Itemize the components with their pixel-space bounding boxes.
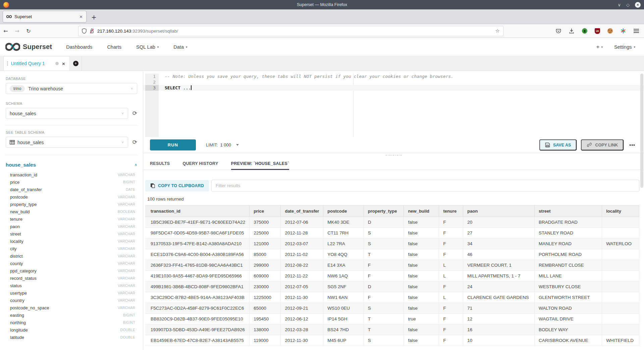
back-button[interactable]: ←	[0, 28, 11, 34]
results-table: transaction_idpricedate_of_transferpostc…	[145, 205, 639, 346]
query-tab-close-icon[interactable]: ×	[62, 61, 65, 66]
nav-sql-lab[interactable]: SQL Lab▾	[136, 44, 159, 50]
schema-column-row: ppd_categoryVARCHAR	[6, 267, 137, 274]
table-cell: WATERLOO	[602, 238, 639, 249]
column-header[interactable]: tenure	[439, 206, 463, 217]
schema-column-name: new_build	[10, 209, 118, 214]
limit-label: LIMIT:	[206, 142, 218, 147]
schema-column-row: localityVARCHAR	[6, 237, 137, 245]
container-asterisk-icon[interactable]	[620, 28, 626, 34]
chevron-down-icon: ∨	[121, 140, 124, 144]
table-select[interactable]: house_sales ∨	[6, 137, 128, 148]
run-query-button[interactable]: RUN	[150, 139, 196, 150]
superset-logo[interactable]: Superset	[5, 43, 52, 51]
url-field[interactable]: 217.160.120.143:32393/superset/sqllab/ ☆	[78, 26, 503, 36]
table-schema-title[interactable]: house_sales	[6, 162, 135, 168]
limit-dropdown[interactable]: LIMIT: 1 000	[206, 142, 239, 147]
bookmark-star-icon[interactable]: ☆	[495, 28, 500, 34]
table-row: 98F5DC47-0D05-4D59-95B7-98CA6F1FDE052250…	[145, 228, 639, 238]
table-cell: MANLEY ROAD	[535, 238, 602, 249]
filter-results-input[interactable]	[211, 180, 639, 191]
pocket-icon[interactable]	[555, 28, 561, 34]
database-select[interactable]: trino Trino warehouse ∨	[6, 83, 137, 94]
table-cell: 193907D3-5DBD-453D-A49E-9FEE27DAB926	[145, 324, 250, 335]
schema-column-name: longitude	[10, 327, 120, 333]
row-count-text: 100 rows returned	[147, 196, 639, 202]
column-header[interactable]: paon	[463, 206, 535, 217]
browser-titlebar: Superset — Mozilla Firefox ∨ ◇ ×	[0, 0, 644, 9]
schema-column-row: postcodeVARCHAR	[6, 193, 137, 201]
copy-link-button[interactable]: COPY LINK	[581, 139, 624, 150]
save-as-button[interactable]: SAVE AS	[539, 139, 577, 150]
nav-data[interactable]: Data▾	[173, 44, 187, 50]
menu-hamburger-icon[interactable]	[633, 28, 639, 34]
tab-preview-house-sales[interactable]: PREVIEW: `HOUSE_SALES`	[231, 157, 289, 170]
drag-handle-icon[interactable]	[7, 61, 8, 65]
schema-label: SCHEMA	[6, 101, 137, 105]
schema-column-row: tenureVARCHAR	[6, 215, 137, 223]
download-icon[interactable]	[569, 28, 575, 34]
schema-column-type: DOUBLE	[120, 335, 135, 339]
copy-to-clipboard-button[interactable]: COPY TO CLIPBOARD	[145, 180, 209, 191]
table-icon	[10, 140, 15, 144]
scrollbar-thumb[interactable]	[640, 74, 643, 188]
schema-column-row: districtVARCHAR	[6, 252, 137, 260]
query-tab-active[interactable]: Untitled Query 1 ×	[3, 56, 70, 71]
sql-toolbar: RUN LIMIT: 1 000 SAVE AS COPY LINK •••	[143, 137, 644, 153]
schema-column-type: VARCHAR	[118, 291, 135, 295]
link-icon	[587, 142, 592, 147]
column-header[interactable]: new_build	[404, 206, 439, 217]
table-cell: WS10 0EU	[323, 303, 364, 314]
refresh-schema-icon[interactable]: ⟳	[132, 111, 137, 116]
window-close-button[interactable]: ×	[635, 2, 641, 8]
column-header[interactable]: date_of_transfer	[281, 206, 323, 217]
tab-results[interactable]: RESULTS	[150, 157, 170, 170]
browser-tab-close-icon[interactable]: ×	[79, 14, 83, 19]
table-row: 91370533-19F5-47FE-B142-A380A8ADA2101210…	[145, 238, 639, 249]
browser-tab-bar: Superset × +	[0, 9, 644, 24]
cookie-addon-icon[interactable]	[607, 28, 613, 34]
schema-select[interactable]: house_sales ∨	[6, 108, 128, 119]
more-options-button[interactable]: •••	[629, 142, 635, 148]
schema-column-row: countyVARCHAR	[6, 260, 137, 267]
refresh-table-icon[interactable]: ⟳	[132, 139, 137, 145]
add-new-button[interactable]: +▾	[596, 44, 603, 50]
table-cell: WHITEFIELD	[602, 335, 639, 346]
settings-menu[interactable]: Settings▾	[614, 44, 635, 50]
pane-resize-handle[interactable]	[143, 153, 644, 157]
table-cell: 12	[463, 314, 535, 324]
add-query-tab-button[interactable]: +	[70, 56, 82, 71]
new-tab-button[interactable]: +	[91, 14, 97, 20]
column-header[interactable]: street	[535, 206, 602, 217]
schema-column-name: record_status	[10, 276, 118, 281]
ublock-origin-icon[interactable]: U0	[595, 28, 600, 34]
column-header[interactable]: price	[250, 206, 281, 217]
table-cell: E14 3XA	[323, 260, 364, 271]
table-cell: MILL APARTMENTS, 1 - 7	[463, 271, 535, 281]
tab-query-history[interactable]: QUERY HISTORY	[183, 157, 218, 170]
sql-editor[interactable]: 1 -- Note: Unless you save your query, t…	[143, 71, 644, 137]
table-cell: 2012-11-22	[281, 271, 323, 281]
table-cell: F	[439, 217, 463, 228]
collapse-chevron-up-icon[interactable]: ∧	[135, 163, 137, 167]
window-maximize-button[interactable]: ◇	[626, 3, 630, 7]
schema-column-name: country	[10, 298, 118, 303]
forward-button[interactable]: →	[11, 28, 23, 34]
window-minimize-button[interactable]: ∨	[618, 3, 621, 7]
column-header[interactable]: property_type	[364, 206, 404, 217]
nav-dashboards[interactable]: Dashboards	[66, 44, 92, 50]
privacy-badger-icon[interactable]	[582, 28, 588, 34]
database-label: DATABASE	[6, 77, 137, 81]
schema-column-name: transaction_id	[10, 172, 118, 177]
column-header[interactable]: locality	[602, 206, 639, 217]
table-row: F5C273AC-0D2A-458F-8279-9C61F0C22EC66500…	[145, 303, 639, 314]
nav-charts[interactable]: Charts	[107, 44, 121, 50]
table-cell: 24	[463, 281, 535, 292]
schema-column-row: postcode_no_spaceVARCHAR	[6, 304, 137, 311]
column-header[interactable]: postcode	[323, 206, 364, 217]
table-cell: T	[364, 314, 404, 324]
browser-tab[interactable]: Superset ×	[3, 11, 87, 23]
column-header[interactable]: transaction_id	[145, 206, 250, 217]
plus-circle-icon: +	[73, 61, 78, 66]
reload-button[interactable]: ↻	[23, 28, 34, 34]
